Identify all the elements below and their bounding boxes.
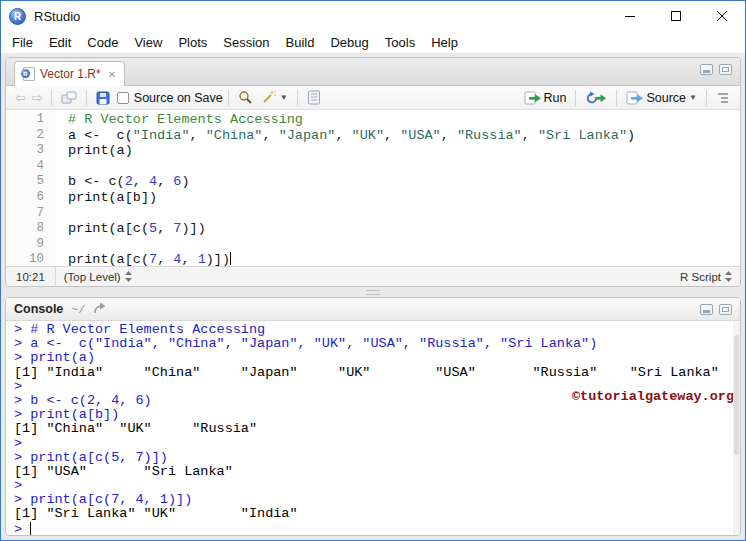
- maximize-window-icon[interactable]: [653, 1, 699, 31]
- source-pane: R Vector 1.R* ✕ ⇦ ⇨: [5, 57, 741, 287]
- scrollbar-thumb[interactable]: [734, 335, 739, 455]
- editor-tab-bar: R Vector 1.R* ✕: [6, 58, 740, 86]
- console-working-directory: ~/: [71, 303, 85, 316]
- rerun-icon[interactable]: [581, 89, 611, 107]
- back-icon[interactable]: ⇦: [12, 90, 29, 105]
- watermark: ©tutorialgateway.org: [572, 390, 734, 404]
- scope-selector[interactable]: (Top Level): [56, 271, 140, 283]
- menu-item-file[interactable]: File: [4, 33, 41, 52]
- tab-close-icon[interactable]: ✕: [108, 69, 116, 80]
- dropdown-caret-icon: ▼: [280, 93, 288, 102]
- title-bar: R RStudio: [1, 1, 745, 31]
- text-cursor: [230, 252, 231, 265]
- source-dropdown-caret-icon[interactable]: ▼: [689, 93, 697, 102]
- document-outline-icon[interactable]: [712, 90, 734, 106]
- console-line: > a <- c("India", "China", "Japan", "UK"…: [14, 337, 740, 351]
- code-line-4: [68, 159, 740, 175]
- menu-item-tools[interactable]: Tools: [377, 33, 423, 52]
- console-line: [1] "Sri Lanka" "UK" "India": [14, 507, 740, 521]
- code-line-3: print(a): [68, 143, 740, 159]
- maximize-pane-icon[interactable]: [719, 304, 732, 315]
- console-scrollbar[interactable]: [733, 321, 740, 535]
- code-line-5: b <- c(2, 4, 6): [68, 174, 740, 190]
- window-title: RStudio: [34, 9, 80, 24]
- open-directory-arrow-icon[interactable]: [93, 300, 108, 318]
- menu-item-help[interactable]: Help: [423, 33, 466, 52]
- console-cursor: [30, 522, 31, 535]
- source-on-save-label: Source on Save: [134, 91, 223, 105]
- console-line: > # R Vector Elements Accessing: [14, 323, 740, 337]
- minimize-pane-icon[interactable]: [700, 64, 713, 75]
- code-line-9: [68, 237, 740, 253]
- console-line: >: [14, 479, 740, 493]
- console-title: Console: [14, 302, 63, 316]
- source-button[interactable]: Source ▼: [622, 89, 701, 107]
- line-number: 9: [6, 237, 44, 253]
- console-line: > print(a): [14, 351, 740, 365]
- console-header: Console ~/: [6, 298, 740, 321]
- line-number: 1: [6, 112, 44, 128]
- search-icon[interactable]: [234, 88, 257, 107]
- maximize-pane-icon[interactable]: [719, 64, 732, 75]
- line-number: 5: [6, 174, 44, 190]
- line-number: 7: [6, 206, 44, 222]
- sort-arrows-icon: [125, 271, 132, 282]
- code-editor[interactable]: 12345678910 # R Vector Elements Accessin…: [6, 110, 740, 266]
- source-on-save-checkbox[interactable]: [117, 92, 129, 104]
- window-controls: [607, 1, 745, 31]
- pane-splitter[interactable]: [5, 287, 741, 297]
- line-number: 8: [6, 221, 44, 237]
- save-icon[interactable]: [92, 89, 114, 107]
- code-line-8: print(a[c(5, 7)]): [68, 221, 740, 237]
- line-number: 10: [6, 252, 44, 266]
- minimize-pane-icon[interactable]: [700, 304, 713, 315]
- code-line-6: print(a[b]): [68, 190, 740, 206]
- cursor-position[interactable]: 10:21: [6, 267, 56, 286]
- scope-label: (Top Level): [64, 271, 121, 283]
- menu-bar: FileEditCodeViewPlotsSessionBuildDebugTo…: [1, 31, 745, 53]
- compile-report-icon[interactable]: [303, 88, 325, 107]
- line-number: 4: [6, 159, 44, 175]
- tab-vector-1-r[interactable]: R Vector 1.R* ✕: [14, 61, 125, 86]
- console-line: [1] "China" "UK" "Russia": [14, 422, 740, 436]
- console-pane-buttons: [700, 304, 732, 315]
- file-type-label: R Script: [680, 271, 721, 283]
- code-tools-wand-icon[interactable]: ▼: [257, 88, 292, 107]
- menu-item-debug[interactable]: Debug: [322, 33, 376, 52]
- splitter-handle-icon: [366, 290, 380, 295]
- code-line-10: print(a[c(7, 4, 1)]): [68, 252, 740, 266]
- editor-gutter: 12345678910: [6, 110, 56, 266]
- rstudio-app-icon: R: [9, 8, 26, 25]
- source-pane-buttons: [700, 64, 732, 75]
- menu-item-build[interactable]: Build: [278, 33, 323, 52]
- open-in-new-window-icon[interactable]: [57, 89, 81, 107]
- minimize-window-icon[interactable]: [607, 1, 653, 31]
- file-type-selector[interactable]: R Script: [672, 271, 740, 283]
- workspace: R Vector 1.R* ✕ ⇦ ⇨: [1, 53, 745, 540]
- rstudio-window: R RStudio FileEditCodeViewPlotsSessionBu…: [0, 0, 746, 541]
- line-number: 6: [6, 190, 44, 206]
- editor-toolbar: ⇦ ⇨ Source on Save ▼: [6, 86, 740, 110]
- editor-code: # R Vector Elements Accessinga <- c("Ind…: [56, 110, 740, 266]
- tab-label: Vector 1.R*: [40, 67, 101, 81]
- source-icon: [626, 91, 646, 105]
- line-number: 2: [6, 128, 44, 144]
- source-label: Source: [646, 91, 686, 105]
- forward-icon[interactable]: ⇨: [29, 90, 46, 105]
- menu-item-view[interactable]: View: [126, 33, 170, 52]
- menu-item-plots[interactable]: Plots: [170, 33, 215, 52]
- code-line-7: [68, 206, 740, 222]
- run-button[interactable]: Run: [520, 89, 571, 107]
- code-line-1: # R Vector Elements Accessing: [68, 112, 740, 128]
- console-output[interactable]: > # R Vector Elements Accessing> a <- c(…: [6, 321, 740, 535]
- close-window-icon[interactable]: [699, 1, 745, 31]
- menu-item-session[interactable]: Session: [215, 33, 277, 52]
- menu-item-edit[interactable]: Edit: [41, 33, 79, 52]
- menu-item-code[interactable]: Code: [79, 33, 126, 52]
- console-line: >: [14, 522, 740, 535]
- console-line: > print(a[b]): [14, 408, 740, 422]
- editor-status-bar: 10:21 (Top Level) R Script: [6, 266, 740, 286]
- console-line: > print(a[c(5, 7)]): [14, 451, 740, 465]
- code-line-2: a <- c("India", "China", "Japan", "UK", …: [68, 128, 740, 144]
- run-label: Run: [544, 91, 567, 105]
